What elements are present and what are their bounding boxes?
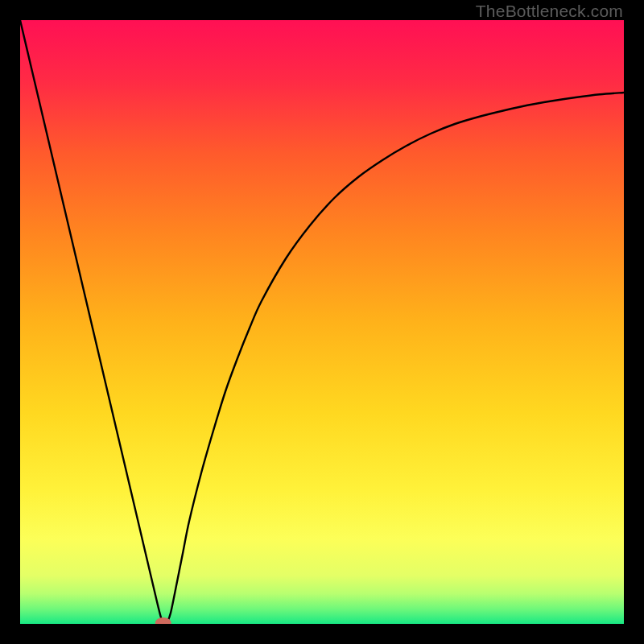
chart-frame: [20, 20, 624, 624]
bottleneck-chart: [20, 20, 624, 624]
gradient-background: [20, 20, 624, 624]
watermark-text: TheBottleneck.com: [476, 2, 623, 21]
